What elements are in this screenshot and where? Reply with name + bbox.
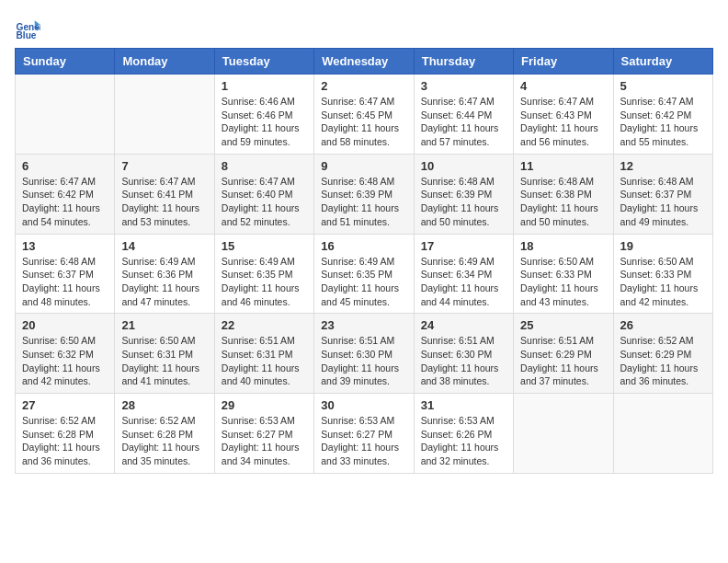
calendar-day-cell: 1Sunrise: 6:46 AMSunset: 6:46 PMDaylight… — [214, 75, 313, 155]
day-number: 23 — [321, 318, 406, 332]
day-info: Sunrise: 6:50 AMSunset: 6:32 PMDaylight:… — [22, 334, 108, 388]
calendar-header-row: SundayMondayTuesdayWednesdayThursdayFrid… — [16, 49, 713, 75]
page-header: General Blue — [15, 15, 713, 40]
calendar-day-header: Saturday — [613, 49, 712, 75]
day-number: 2 — [321, 79, 406, 93]
calendar-day-cell: 22Sunrise: 6:51 AMSunset: 6:31 PMDayligh… — [214, 314, 313, 394]
calendar-day-cell — [613, 394, 712, 474]
day-info: Sunrise: 6:47 AMSunset: 6:41 PMDaylight:… — [121, 175, 207, 229]
day-info: Sunrise: 6:52 AMSunset: 6:29 PMDaylight:… — [620, 334, 706, 388]
calendar-day-cell: 3Sunrise: 6:47 AMSunset: 6:44 PMDaylight… — [414, 75, 513, 155]
day-info: Sunrise: 6:52 AMSunset: 6:28 PMDaylight:… — [22, 414, 108, 468]
day-number: 29 — [222, 398, 307, 412]
calendar-day-header: Wednesday — [314, 49, 414, 75]
calendar-day-cell: 4Sunrise: 6:47 AMSunset: 6:43 PMDaylight… — [514, 75, 613, 155]
logo-icon: General Blue — [15, 15, 40, 40]
day-number: 3 — [421, 79, 506, 93]
calendar-week-row: 6Sunrise: 6:47 AMSunset: 6:42 PMDaylight… — [16, 154, 713, 234]
day-info: Sunrise: 6:46 AMSunset: 6:46 PMDaylight:… — [222, 95, 307, 149]
calendar-day-cell: 23Sunrise: 6:51 AMSunset: 6:30 PMDayligh… — [314, 314, 414, 394]
day-info: Sunrise: 6:51 AMSunset: 6:29 PMDaylight:… — [520, 334, 606, 388]
day-number: 1 — [222, 79, 307, 93]
day-info: Sunrise: 6:52 AMSunset: 6:28 PMDaylight:… — [121, 414, 207, 468]
calendar-day-cell: 15Sunrise: 6:49 AMSunset: 6:35 PMDayligh… — [214, 234, 313, 314]
day-number: 26 — [620, 318, 706, 332]
calendar-day-cell: 28Sunrise: 6:52 AMSunset: 6:28 PMDayligh… — [115, 394, 214, 474]
calendar-day-cell: 2Sunrise: 6:47 AMSunset: 6:45 PMDaylight… — [314, 75, 414, 155]
day-info: Sunrise: 6:53 AMSunset: 6:27 PMDaylight:… — [321, 414, 406, 468]
calendar-day-cell: 25Sunrise: 6:51 AMSunset: 6:29 PMDayligh… — [514, 314, 613, 394]
day-number: 30 — [321, 398, 406, 412]
day-number: 14 — [121, 239, 207, 253]
day-info: Sunrise: 6:51 AMSunset: 6:30 PMDaylight:… — [421, 334, 506, 388]
day-info: Sunrise: 6:47 AMSunset: 6:44 PMDaylight:… — [421, 95, 506, 149]
svg-text:Blue: Blue — [17, 30, 37, 40]
day-number: 24 — [421, 318, 506, 332]
day-info: Sunrise: 6:49 AMSunset: 6:35 PMDaylight:… — [222, 255, 307, 309]
day-info: Sunrise: 6:49 AMSunset: 6:35 PMDaylight:… — [321, 255, 406, 309]
day-number: 11 — [520, 159, 606, 173]
calendar-day-header: Friday — [514, 49, 613, 75]
day-number: 6 — [22, 159, 108, 173]
calendar-day-cell: 10Sunrise: 6:48 AMSunset: 6:39 PMDayligh… — [414, 154, 513, 234]
day-info: Sunrise: 6:51 AMSunset: 6:30 PMDaylight:… — [321, 334, 406, 388]
calendar-day-cell: 18Sunrise: 6:50 AMSunset: 6:33 PMDayligh… — [514, 234, 613, 314]
day-number: 20 — [22, 318, 108, 332]
day-number: 10 — [421, 159, 506, 173]
calendar-day-cell: 7Sunrise: 6:47 AMSunset: 6:41 PMDaylight… — [115, 154, 214, 234]
calendar-day-cell: 30Sunrise: 6:53 AMSunset: 6:27 PMDayligh… — [314, 394, 414, 474]
calendar-day-cell: 26Sunrise: 6:52 AMSunset: 6:29 PMDayligh… — [613, 314, 712, 394]
day-info: Sunrise: 6:47 AMSunset: 6:40 PMDaylight:… — [222, 175, 307, 229]
day-info: Sunrise: 6:47 AMSunset: 6:42 PMDaylight:… — [22, 175, 108, 229]
day-number: 21 — [121, 318, 207, 332]
day-number: 13 — [22, 239, 108, 253]
day-number: 27 — [22, 398, 108, 412]
calendar-day-cell — [115, 75, 214, 155]
day-number: 25 — [520, 318, 606, 332]
calendar-week-row: 1Sunrise: 6:46 AMSunset: 6:46 PMDaylight… — [16, 75, 713, 155]
calendar-day-cell: 9Sunrise: 6:48 AMSunset: 6:39 PMDaylight… — [314, 154, 414, 234]
day-info: Sunrise: 6:50 AMSunset: 6:33 PMDaylight:… — [620, 255, 706, 309]
day-info: Sunrise: 6:51 AMSunset: 6:31 PMDaylight:… — [222, 334, 307, 388]
calendar-day-cell: 19Sunrise: 6:50 AMSunset: 6:33 PMDayligh… — [613, 234, 712, 314]
day-info: Sunrise: 6:53 AMSunset: 6:27 PMDaylight:… — [222, 414, 307, 468]
calendar-day-cell: 17Sunrise: 6:49 AMSunset: 6:34 PMDayligh… — [414, 234, 513, 314]
day-number: 12 — [620, 159, 706, 173]
calendar-day-cell: 14Sunrise: 6:49 AMSunset: 6:36 PMDayligh… — [115, 234, 214, 314]
day-number: 18 — [520, 239, 606, 253]
day-number: 5 — [620, 79, 706, 93]
day-number: 15 — [222, 239, 307, 253]
calendar-day-cell: 31Sunrise: 6:53 AMSunset: 6:26 PMDayligh… — [414, 394, 513, 474]
day-info: Sunrise: 6:47 AMSunset: 6:43 PMDaylight:… — [520, 95, 606, 149]
calendar-day-header: Monday — [115, 49, 214, 75]
calendar-day-cell: 24Sunrise: 6:51 AMSunset: 6:30 PMDayligh… — [414, 314, 513, 394]
day-number: 17 — [421, 239, 506, 253]
calendar-day-header: Tuesday — [214, 49, 313, 75]
calendar-day-cell: 11Sunrise: 6:48 AMSunset: 6:38 PMDayligh… — [514, 154, 613, 234]
day-info: Sunrise: 6:50 AMSunset: 6:31 PMDaylight:… — [121, 334, 207, 388]
calendar-day-cell: 8Sunrise: 6:47 AMSunset: 6:40 PMDaylight… — [214, 154, 313, 234]
calendar-table: SundayMondayTuesdayWednesdayThursdayFrid… — [15, 48, 713, 474]
calendar-day-cell: 21Sunrise: 6:50 AMSunset: 6:31 PMDayligh… — [115, 314, 214, 394]
day-info: Sunrise: 6:47 AMSunset: 6:45 PMDaylight:… — [321, 95, 406, 149]
day-info: Sunrise: 6:47 AMSunset: 6:42 PMDaylight:… — [620, 95, 706, 149]
calendar-day-cell: 12Sunrise: 6:48 AMSunset: 6:37 PMDayligh… — [613, 154, 712, 234]
day-info: Sunrise: 6:50 AMSunset: 6:33 PMDaylight:… — [520, 255, 606, 309]
calendar-day-cell: 20Sunrise: 6:50 AMSunset: 6:32 PMDayligh… — [16, 314, 115, 394]
day-number: 28 — [121, 398, 207, 412]
day-info: Sunrise: 6:48 AMSunset: 6:39 PMDaylight:… — [321, 175, 406, 229]
calendar-week-row: 20Sunrise: 6:50 AMSunset: 6:32 PMDayligh… — [16, 314, 713, 394]
day-info: Sunrise: 6:48 AMSunset: 6:37 PMDaylight:… — [620, 175, 706, 229]
day-number: 19 — [620, 239, 706, 253]
logo: General Blue — [15, 15, 44, 40]
day-info: Sunrise: 6:48 AMSunset: 6:38 PMDaylight:… — [520, 175, 606, 229]
calendar-day-cell — [514, 394, 613, 474]
day-info: Sunrise: 6:48 AMSunset: 6:37 PMDaylight:… — [22, 255, 108, 309]
calendar-day-header: Thursday — [414, 49, 513, 75]
calendar-day-cell: 27Sunrise: 6:52 AMSunset: 6:28 PMDayligh… — [16, 394, 115, 474]
calendar-week-row: 27Sunrise: 6:52 AMSunset: 6:28 PMDayligh… — [16, 394, 713, 474]
calendar-day-cell — [16, 75, 115, 155]
calendar-day-header: Sunday — [16, 49, 115, 75]
day-info: Sunrise: 6:49 AMSunset: 6:34 PMDaylight:… — [421, 255, 506, 309]
day-number: 7 — [121, 159, 207, 173]
